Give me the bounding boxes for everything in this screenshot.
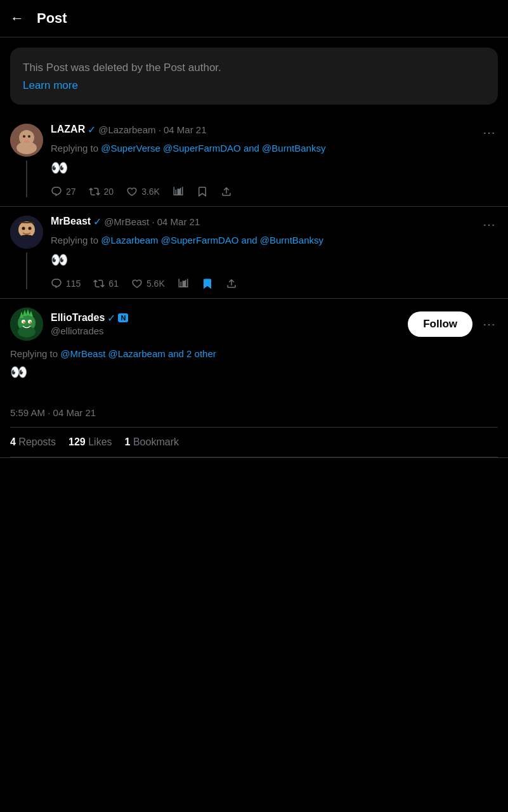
- expanded-handle: @elliotrades: [51, 325, 128, 336]
- svg-point-10: [29, 226, 32, 230]
- expanded-user-elliotrades: EllioTrades ✓ N @elliotrades: [10, 308, 128, 341]
- like-icon-lazar: [126, 186, 138, 197]
- svg-point-17: [30, 321, 32, 323]
- svg-point-16: [23, 321, 25, 323]
- avatar-elliotrades: [10, 308, 43, 341]
- tweet-right-lazar: LAZAR ✓ @Lazarbeam · 04 Mar 21 ⋯ Replyin…: [51, 124, 498, 197]
- handle-date-lazar: @Lazarbeam · 04 Mar 21: [98, 124, 206, 135]
- reply-count-lazar: 27: [66, 187, 76, 197]
- svg-point-3: [23, 135, 25, 138]
- user-info-lazar: LAZAR ✓ @Lazarbeam · 04 Mar 21: [51, 124, 207, 136]
- reply-to-mrbeast: Replying to @Lazarbeam @SuperFarmDAO and…: [51, 235, 498, 246]
- svg-point-8: [16, 235, 37, 247]
- share-icon-lazar: [221, 186, 232, 197]
- reply-to-users-mrbeast[interactable]: @Lazarbeam @SuperFarmDAO and @BurntBanks…: [101, 235, 323, 246]
- tweet-lazar: LAZAR ✓ @Lazarbeam · 04 Mar 21 ⋯ Replyin…: [0, 115, 508, 207]
- user-info-mrbeast: MrBeast ✓ @MrBeast · 04 Mar 21: [51, 216, 200, 228]
- svg-point-5: [24, 140, 29, 143]
- tweet-content-mrbeast: 👀: [51, 249, 498, 270]
- retweet-icon-lazar: [89, 186, 100, 197]
- retweet-count-mrbeast: 61: [108, 278, 119, 289]
- tweet-elliotrades: EllioTrades ✓ N @elliotrades Follow ⋯ Re…: [0, 299, 508, 458]
- expanded-reply-to: Replying to @MrBeast @Lazarbeam and 2 ot…: [10, 348, 498, 359]
- n-badge: N: [118, 313, 128, 322]
- avatar-mrbeast: [10, 216, 43, 249]
- avatar-mrbeast-img: [10, 216, 43, 249]
- reply-icon-lazar: [51, 186, 62, 197]
- retweet-count-lazar: 20: [104, 187, 114, 197]
- retweet-action-mrbeast[interactable]: 61: [93, 278, 119, 289]
- reply-to-users-lazar[interactable]: @SuperVerse @SuperFarmDAO and @BurntBank…: [101, 143, 325, 154]
- analytics-icon-lazar: [173, 186, 184, 197]
- tweet-name-lazar: LAZAR: [51, 124, 85, 135]
- deleted-notice-text: This Post was deleted by the Post author…: [23, 60, 485, 75]
- share-action-mrbeast[interactable]: [226, 278, 237, 289]
- deleted-notice: This Post was deleted by the Post author…: [10, 48, 498, 105]
- svg-point-2: [16, 141, 37, 154]
- expanded-name: EllioTrades: [51, 312, 105, 324]
- avatar-elliotrades-img: [10, 308, 43, 341]
- reposts-stat[interactable]: 4 Reposts: [10, 436, 56, 448]
- svg-point-4: [28, 135, 30, 138]
- reply-icon-mrbeast: [51, 278, 62, 289]
- handle-date-mrbeast: @MrBeast · 04 Mar 21: [104, 216, 200, 227]
- share-icon-mrbeast: [226, 278, 237, 289]
- header: ← Post: [0, 0, 508, 37]
- bookmark-icon-lazar: [197, 186, 208, 197]
- analytics-icon-mrbeast: [178, 278, 189, 289]
- expanded-name-area: EllioTrades ✓ N @elliotrades: [51, 312, 128, 336]
- reply-to-users-elliotrades[interactable]: @MrBeast @Lazarbeam and 2 other: [60, 348, 216, 359]
- tweet-left-mrbeast: [10, 216, 43, 289]
- tweet-actions-lazar: 27 20 3.6K: [51, 186, 498, 197]
- bookmark-action-mrbeast[interactable]: [202, 278, 213, 289]
- page-title: Post: [37, 10, 67, 27]
- like-icon-mrbeast: [131, 278, 143, 289]
- tweet-mrbeast: MrBeast ✓ @MrBeast · 04 Mar 21 ⋯ Replyin…: [0, 207, 508, 299]
- avatar-lazar-img: [10, 124, 43, 157]
- reply-to-lazar: Replying to @SuperVerse @SuperFarmDAO an…: [51, 143, 498, 154]
- more-button-mrbeast[interactable]: ⋯: [480, 216, 498, 233]
- thread-line-lazar: [26, 160, 27, 197]
- verified-elliotrades: ✓: [107, 312, 115, 324]
- reply-count-mrbeast: 115: [66, 278, 81, 289]
- bookmarks-stat[interactable]: 1 Bookmark: [125, 436, 179, 448]
- reply-action-lazar[interactable]: 27: [51, 186, 76, 197]
- analytics-action-mrbeast[interactable]: [178, 278, 189, 289]
- likes-stat[interactable]: 129 Likes: [68, 436, 112, 448]
- retweet-action-lazar[interactable]: 20: [89, 186, 114, 197]
- avatar-lazar: [10, 124, 43, 157]
- like-action-lazar[interactable]: 3.6K: [126, 186, 160, 197]
- like-action-mrbeast[interactable]: 5.6K: [131, 278, 165, 289]
- analytics-action-lazar[interactable]: [173, 186, 184, 197]
- expanded-timestamp: 5:59 AM · 04 Mar 21: [10, 398, 498, 428]
- learn-more-link[interactable]: Learn more: [23, 79, 78, 91]
- svg-point-9: [22, 226, 25, 230]
- verified-mrbeast: ✓: [93, 216, 101, 228]
- expanded-body-elliotrades: Replying to @MrBeast @Lazarbeam and 2 ot…: [10, 348, 498, 398]
- verified-lazar: ✓: [88, 124, 96, 136]
- tweet-actions-mrbeast: 115 61 5.6K: [51, 278, 498, 289]
- like-count-mrbeast: 5.6K: [147, 278, 165, 289]
- expanded-header-elliotrades: EllioTrades ✓ N @elliotrades Follow ⋯: [10, 308, 498, 341]
- tweet-content-lazar: 👀: [51, 157, 498, 178]
- expanded-name-row: EllioTrades ✓ N: [51, 312, 128, 324]
- more-button-lazar[interactable]: ⋯: [480, 124, 498, 141]
- bookmark-action-lazar[interactable]: [197, 186, 208, 197]
- expanded-actions-right: Follow ⋯: [408, 311, 498, 337]
- reply-action-mrbeast[interactable]: 115: [51, 278, 81, 289]
- tweet-name-mrbeast: MrBeast: [51, 216, 91, 227]
- expanded-stats: 4 Reposts 129 Likes 1 Bookmark: [10, 428, 498, 457]
- expanded-content: 👀: [10, 364, 498, 381]
- tweet-header-lazar: LAZAR ✓ @Lazarbeam · 04 Mar 21 ⋯: [51, 124, 498, 141]
- like-count-lazar: 3.6K: [141, 187, 160, 197]
- tweet-left-lazar: [10, 124, 43, 197]
- tweet-right-mrbeast: MrBeast ✓ @MrBeast · 04 Mar 21 ⋯ Replyin…: [51, 216, 498, 289]
- back-button[interactable]: ←: [10, 10, 24, 27]
- share-action-lazar[interactable]: [221, 186, 232, 197]
- retweet-icon-mrbeast: [93, 278, 105, 289]
- follow-button[interactable]: Follow: [408, 311, 472, 337]
- bookmark-filled-icon-mrbeast: [202, 278, 213, 289]
- thread-line-mrbeast: [26, 252, 27, 289]
- tweet-header-mrbeast: MrBeast ✓ @MrBeast · 04 Mar 21 ⋯: [51, 216, 498, 233]
- more-button-elliotrades[interactable]: ⋯: [480, 315, 498, 333]
